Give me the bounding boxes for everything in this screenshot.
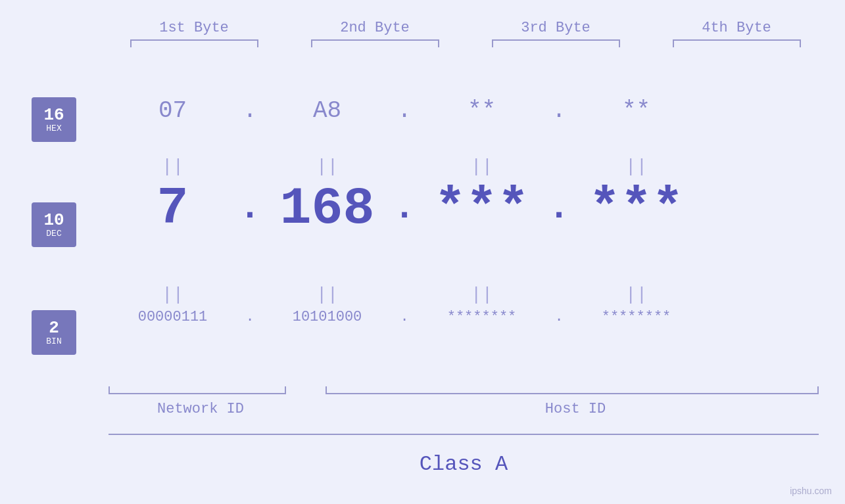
hex-byte-4: **: [572, 97, 700, 124]
bin-byte-4: ********: [572, 309, 700, 325]
dec-byte-1: 7: [109, 183, 237, 235]
hex-byte-2: A8: [263, 97, 391, 124]
eq1-3: ||: [418, 158, 546, 176]
bin-dot-1: .: [237, 309, 263, 325]
bin-byte-3: ********: [418, 309, 546, 325]
class-bar: [109, 434, 819, 435]
bracket-2: [311, 39, 439, 47]
byte-label-2: 2nd Byte: [302, 20, 447, 36]
dec-dot-2: .: [391, 187, 418, 235]
eq2-1: ||: [109, 286, 237, 304]
id-labels: Network ID Host ID: [109, 401, 819, 417]
hex-text: HEX: [46, 124, 61, 133]
byte-label-4: 4th Byte: [664, 20, 809, 36]
base-hex-label: 16 HEX: [32, 97, 76, 142]
bracket-1: [130, 39, 258, 47]
eq2-4: ||: [572, 286, 700, 304]
top-brackets: [104, 39, 827, 47]
dec-dot-3: .: [546, 187, 572, 235]
hex-row: 07 . A8 . ** . **: [109, 97, 819, 124]
main-container: 1st Byte 2nd Byte 3rd Byte 4th Byte 16 H…: [0, 0, 845, 504]
eq1-2: ||: [263, 158, 391, 176]
hex-dot-1: .: [237, 97, 263, 124]
host-id-bracket: [326, 386, 819, 394]
hex-number: 16: [43, 106, 64, 125]
hex-dot-3: .: [546, 97, 572, 124]
network-id-bracket: [109, 386, 286, 394]
base-bin-label: 2 BIN: [32, 310, 76, 355]
dec-byte-3: ***: [418, 183, 546, 235]
class-label: Class A: [109, 452, 819, 476]
bin-byte-1: 00000111: [109, 309, 237, 325]
eq1-4: ||: [572, 158, 700, 176]
host-id-label: Host ID: [332, 401, 819, 417]
dec-byte-4: ***: [572, 183, 700, 235]
equals-row-1: || || || ||: [109, 158, 819, 176]
byte-label-3: 3rd Byte: [483, 20, 628, 36]
dec-byte-2: 168: [263, 183, 391, 235]
equals-row-2: || || || ||: [109, 286, 819, 304]
hex-dot-2: .: [391, 97, 418, 124]
bin-text: BIN: [46, 337, 61, 346]
bin-dot-3: .: [546, 309, 572, 325]
bin-row: 00000111 . 10101000 . ******** . *******…: [109, 309, 819, 325]
network-id-label: Network ID: [109, 401, 293, 417]
bin-byte-2: 10101000: [263, 309, 391, 325]
hex-byte-1: 07: [109, 97, 237, 124]
eq2-2: ||: [263, 286, 391, 304]
bracket-3: [492, 39, 620, 47]
watermark: ipshu.com: [790, 486, 832, 496]
bin-number: 2: [49, 319, 59, 338]
bracket-4: [673, 39, 801, 47]
dec-row: 7 . 168 . *** . ***: [109, 183, 819, 235]
hex-byte-3: **: [418, 97, 546, 124]
bin-dot-2: .: [391, 309, 418, 325]
dec-dot-1: .: [237, 187, 263, 235]
dec-text: DEC: [46, 229, 61, 239]
base-dec-label: 10 DEC: [32, 202, 76, 247]
dec-number: 10: [43, 211, 64, 230]
eq2-3: ||: [418, 286, 546, 304]
eq1-1: ||: [109, 158, 237, 176]
bottom-brackets: [109, 386, 819, 394]
byte-labels-row: 1st Byte 2nd Byte 3rd Byte 4th Byte: [104, 20, 827, 36]
byte-label-1: 1st Byte: [122, 20, 266, 36]
